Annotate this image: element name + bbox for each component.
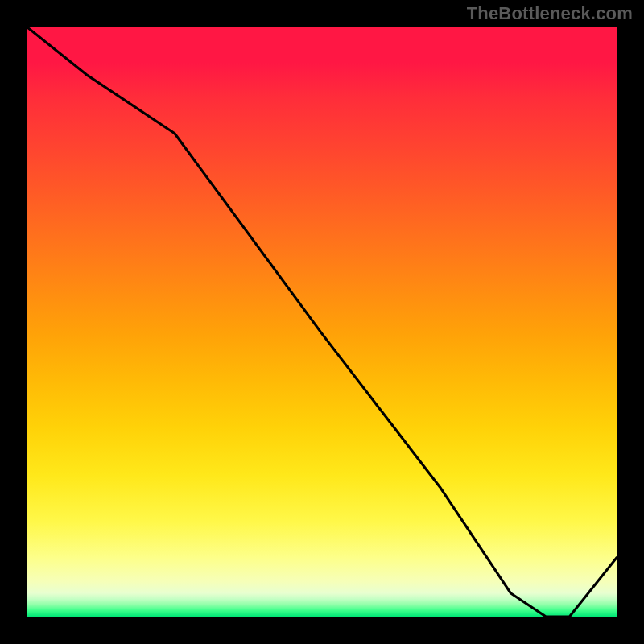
chart-root: TheBottleneck.com [0, 0, 644, 644]
bottleneck-curve [27, 27, 617, 617]
plot-area [24, 24, 620, 620]
watermark-text: TheBottleneck.com [467, 3, 633, 24]
